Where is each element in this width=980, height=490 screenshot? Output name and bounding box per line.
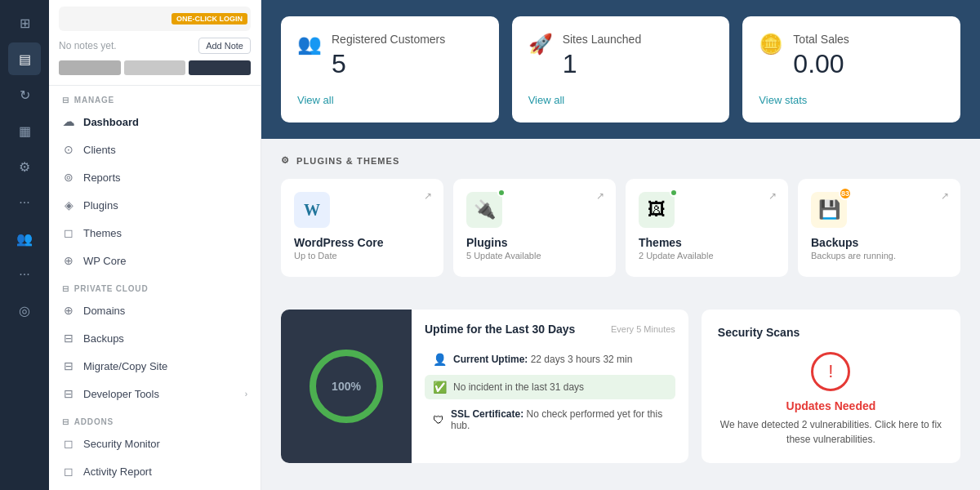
sidebar-item-label: Backups — [83, 332, 124, 345]
stat-card-sites: 🚀 Sites Launched 1 View all — [512, 16, 730, 122]
external-link-icon: ↗ — [768, 190, 777, 202]
uptime-info: Uptime for the Last 30 Days Every 5 Minu… — [412, 310, 688, 463]
plugins-status-dot — [497, 189, 506, 197]
private-cloud-icon: ⊟ — [62, 284, 69, 293]
stat-value-sites: 1 — [563, 49, 642, 79]
plugin-card-backups[interactable]: ↗ 💾 83 Backups Backups are running. — [798, 179, 960, 277]
wpcore-card-icon: W — [294, 192, 330, 228]
stat-value-customers: 5 — [332, 49, 445, 79]
sales-icon: 🪙 — [759, 33, 783, 56]
plugin-card-plugins[interactable]: ↗ 🔌 Plugins 5 Update Available — [453, 179, 616, 277]
plugins-themes-title: ⚙ PLUGINS & THEMES — [281, 155, 960, 166]
external-link-icon: ↗ — [596, 190, 604, 202]
uptime-check-icon: ✅ — [433, 381, 447, 394]
plugins-icon: ◈ — [62, 198, 75, 212]
security-card[interactable]: Security Scans ! Updates Needed We have … — [702, 310, 960, 463]
sidebar-item-staging[interactable]: ☁ Staging Coming Soon — [49, 485, 261, 490]
activity-report-icon: ◻ — [62, 465, 75, 478]
stat-link-customers[interactable]: View all — [297, 94, 483, 106]
sidebar-item-wpcore[interactable]: ⊕ WP Core — [49, 247, 261, 274]
layout-icon[interactable]: ▤ — [8, 42, 41, 75]
uptime-card: 100% Uptime for the Last 30 Days Every 5… — [281, 310, 688, 463]
sidebar-item-dashboard[interactable]: ☁ Dashboard — [49, 108, 261, 136]
one-click-badge[interactable]: ONE-CLICK LOGIN — [172, 13, 247, 24]
stat-label-customers: Registered Customers — [332, 33, 445, 46]
add-note-button[interactable]: Add Note — [198, 38, 251, 54]
sidebar-item-activity-report[interactable]: ◻ Activity Report — [49, 457, 261, 485]
site-preview: ONE-CLICK LOGIN — [59, 7, 251, 31]
sidebar-item-label: Reports — [83, 172, 121, 184]
security-title: Security Scans — [718, 326, 800, 339]
themes-card-status: 2 Update Available — [639, 251, 775, 261]
clients-icon: ⊙ — [62, 143, 75, 156]
table-icon[interactable]: ▦ — [8, 114, 41, 147]
uptime-image: 100% — [281, 310, 412, 463]
color-blocks — [59, 60, 251, 75]
users-icon[interactable]: 👥 — [8, 222, 41, 255]
sidebar-item-developer-tools[interactable]: ⊟ Developer Tools › — [49, 380, 261, 408]
notes-placeholder: No notes yet. — [59, 40, 117, 51]
dashboard-icon: ☁ — [62, 115, 75, 128]
sidebar-item-themes[interactable]: ◻ Themes — [49, 219, 261, 247]
sidebar-item-plugins[interactable]: ◈ Plugins — [49, 191, 261, 219]
stat-label-sites: Sites Launched — [563, 33, 642, 46]
circle-settings-icon[interactable]: ◎ — [8, 294, 41, 327]
migrate-icon: ⊟ — [62, 359, 75, 372]
uptime-ssl-label: SSL Certificate: No check performed yet … — [451, 408, 667, 431]
sidebar-item-reports[interactable]: ⊚ Reports — [49, 163, 261, 191]
refresh-icon[interactable]: ↻ — [8, 78, 41, 111]
plugin-card-themes[interactable]: ↗ 🖼 Themes 2 Update Available — [626, 179, 788, 277]
uptime-header: Uptime for the Last 30 Days Every 5 Minu… — [425, 323, 675, 336]
uptime-frequency: Every 5 Minutes — [611, 324, 675, 334]
more-icon-2[interactable]: ··· — [8, 258, 41, 291]
sidebar: ONE-CLICK LOGIN No notes yet. Add Note ⊟… — [49, 0, 261, 490]
sidebar-item-migrate[interactable]: ⊟ Migrate/Copy Site — [49, 352, 261, 380]
sidebar-item-label: Security Monitor — [83, 438, 160, 450]
chevron-right-icon: › — [245, 390, 247, 399]
notes-bar: No notes yet. Add Note — [59, 38, 251, 54]
stats-header: 👥 Registered Customers 5 View all 🚀 Site… — [261, 0, 980, 139]
private-cloud-section-label: ⊟ PRIVATE CLOUD — [49, 274, 261, 296]
stat-link-sales[interactable]: View stats — [759, 94, 944, 106]
sidebar-item-label: Themes — [83, 227, 122, 239]
addons-section-label: ⊟ ADDONS — [49, 408, 261, 430]
grid-icon[interactable]: ⊞ — [8, 7, 41, 39]
backups-card-status: Backups are running. — [811, 251, 947, 261]
plugins-card-icon: 🔌 — [466, 192, 502, 228]
sidebar-item-label: Clients — [83, 144, 116, 156]
sidebar-item-clients[interactable]: ⊙ Clients — [49, 136, 261, 163]
sidebar-item-label: Domains — [83, 305, 125, 317]
backups-card-name: Backups — [811, 236, 947, 249]
sidebar-item-label: Developer Tools — [83, 388, 159, 400]
wpcore-icon: ⊕ — [62, 254, 75, 267]
settings-icon[interactable]: ⚙ — [8, 150, 41, 183]
gear-icon: ⚙ — [281, 155, 290, 166]
security-warning-icon: ! — [811, 352, 850, 391]
sidebar-item-domains[interactable]: ⊕ Domains — [49, 296, 261, 324]
plugins-card-name: Plugins — [466, 236, 603, 249]
security-monitor-icon: ◻ — [62, 437, 75, 450]
devtools-icon: ⊟ — [62, 387, 75, 400]
stat-link-sites[interactable]: View all — [528, 94, 714, 106]
uptime-incident-label: No incident in the last 31 days — [453, 381, 584, 393]
uptime-title: Uptime for the Last 30 Days — [425, 323, 575, 336]
backups-card-icon: 💾 83 — [811, 192, 847, 228]
color-block-2 — [124, 60, 186, 75]
security-status: Updates Needed — [786, 399, 876, 412]
sidebar-item-label: Plugins — [83, 199, 118, 212]
color-block-1 — [59, 60, 121, 75]
manage-icon: ⊟ — [62, 96, 69, 105]
icon-rail: ⊞ ▤ ↻ ▦ ⚙ ··· 👥 ··· ◎ — [0, 0, 49, 490]
wpcore-card-status: Up to Date — [294, 251, 430, 261]
uptime-ssl-icon: 🛡 — [433, 413, 444, 426]
sidebar-item-security-monitor[interactable]: ◻ Security Monitor — [49, 430, 261, 457]
more-icon-1[interactable]: ··· — [8, 186, 41, 219]
plugin-card-wpcore[interactable]: ↗ W WordPress Core Up to Date — [281, 179, 443, 277]
sidebar-item-label: Activity Report — [83, 466, 152, 478]
uptime-item-ssl: 🛡 SSL Certificate: No check performed ye… — [425, 403, 675, 437]
sidebar-top: ONE-CLICK LOGIN No notes yet. Add Note — [49, 0, 261, 86]
stat-value-sales: 0.00 — [793, 49, 849, 79]
sidebar-item-label: Dashboard — [83, 116, 139, 128]
domains-icon: ⊕ — [62, 304, 75, 317]
sidebar-item-backups[interactable]: ⊟ Backups — [49, 324, 261, 352]
